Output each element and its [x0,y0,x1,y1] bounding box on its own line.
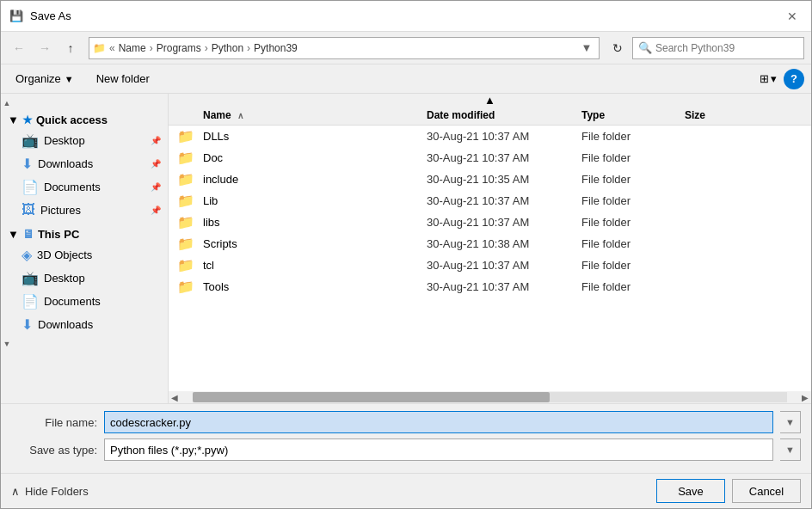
column-date-modified[interactable]: Date modified [427,109,581,121]
up-button[interactable]: ↑ [59,37,82,59]
hscroll-left-button[interactable]: ◀ [169,393,181,402]
file-type-cell: File folder [581,216,685,229]
sidebar-label-documents-qa: Documents [44,181,101,193]
file-icon-col: 📁 [169,279,203,295]
sidebar-item-downloads-pc[interactable]: ⬇ Downloads [1,313,168,336]
filename-dropdown-button[interactable]: ▼ [780,411,801,433]
new-folder-button[interactable]: New folder [89,69,157,89]
table-row[interactable]: 📁 libs 30-Aug-21 10:37 AM File folder [169,212,811,233]
file-name-cell: Tools [203,280,427,293]
sidebar-scroll-up[interactable]: ▲ [1,97,13,109]
desktop-qa-icon: 📺 [22,132,39,149]
address-python39[interactable]: Python39 [254,42,298,54]
sidebar-label-downloads-pc: Downloads [38,318,93,331]
address-local[interactable]: Name [119,42,146,54]
sidebar-label-desktop-pc: Desktop [44,272,85,285]
help-button[interactable]: ? [784,69,804,89]
file-date-cell: 30-Aug-21 10:35 AM [427,173,581,186]
downloads-pc-icon: ⬇ [22,316,33,333]
folder-icon: 📁 [177,279,194,295]
file-icon-col: 📁 [169,214,203,230]
search-box[interactable]: 🔍 [632,37,804,59]
sidebar-item-3dobjects[interactable]: ◈ 3D Objects [1,243,168,267]
file-date-cell: 30-Aug-21 10:37 AM [427,216,581,229]
file-type-cell: File folder [581,259,685,272]
file-type-cell: File folder [581,130,685,143]
3dobjects-icon: ◈ [22,247,32,263]
sidebar-item-documents-pc[interactable]: 📄 Documents [1,290,168,313]
pin-icon-desktop: 📌 [151,136,161,145]
pictures-qa-icon: 🖼 [22,202,35,218]
search-input[interactable] [655,42,798,54]
file-type-cell: File folder [581,237,685,250]
file-date-cell: 30-Aug-21 10:37 AM [427,194,581,207]
folder-icon: 📁 [177,193,194,209]
view-button[interactable]: ⊞ ▾ [760,72,777,85]
table-row[interactable]: 📁 Doc 30-Aug-21 10:37 AM File folder [169,147,811,169]
folder-icon: 📁 [177,257,194,273]
filetype-dropdown-button[interactable]: ▼ [780,438,801,461]
pin-icon-pictures: 📌 [151,205,161,215]
file-type-cell: File folder [581,173,685,186]
sidebar-label-pictures-qa: Pictures [40,204,81,217]
file-icon-col: 📁 [169,128,203,144]
filetype-select[interactable]: Python files (*.py;*.pyw)All files (*.*) [104,438,773,461]
refresh-button[interactable]: ↻ [606,37,629,59]
cancel-button[interactable]: Cancel [732,479,801,503]
sidebar-item-desktop-pc[interactable]: 📺 Desktop [1,267,168,290]
column-type[interactable]: Type [581,109,685,121]
horizontal-scroll-track[interactable] [193,392,787,402]
file-list-area: ▲ Name ∧ Date modified Type Size [169,94,811,403]
filetype-label: Save as type: [11,444,97,457]
address-python[interactable]: Python [212,42,243,54]
hide-folders-button[interactable]: ∧ Hide Folders [11,485,89,498]
sidebar-item-desktop-qa[interactable]: 📺 Desktop 📌 [1,129,168,152]
column-name[interactable]: Name ∧ [169,109,427,121]
column-size[interactable]: Size [685,109,754,121]
table-row[interactable]: 📁 tcl 30-Aug-21 10:37 AM File folder [169,254,811,276]
quick-access-header[interactable]: ▼ ★ Quick access [1,111,168,129]
file-date-cell: 30-Aug-21 10:37 AM [427,280,581,293]
file-icon-col: 📁 [169,150,203,166]
folder-icon: 📁 [177,171,194,187]
table-row[interactable]: 📁 DLLs 30-Aug-21 10:37 AM File folder [169,126,811,147]
table-row[interactable]: 📁 Tools 30-Aug-21 10:37 AM File folder [169,276,811,297]
sidebar-label-3dobjects: 3D Objects [37,248,92,261]
pin-icon-downloads: 📌 [151,159,161,169]
sidebar-item-documents-qa[interactable]: 📄 Documents 📌 [1,175,168,199]
organize-button[interactable]: Organize ▼ [8,69,82,89]
filename-input[interactable] [104,411,773,433]
horizontal-scroll-thumb[interactable] [193,392,550,402]
table-row[interactable]: 📁 Lib 30-Aug-21 10:37 AM File folder [169,190,811,212]
hscroll-right-button[interactable]: ▶ [799,393,811,402]
file-name-cell: libs [203,216,427,229]
horizontal-scrollbar[interactable]: ◀ ▶ [169,391,811,403]
file-name-cell: Lib [203,194,427,207]
file-list: 📁 DLLs 30-Aug-21 10:37 AM File folder 📁 … [169,126,811,391]
close-button[interactable]: ✕ [782,6,803,27]
table-row[interactable]: 📁 Scripts 30-Aug-21 10:38 AM File folder [169,233,811,254]
address-dropdown-button[interactable]: ▼ [578,41,595,54]
footer-right: Save Cancel [656,479,801,503]
address-bar[interactable]: 📁 « Name › Programs › Python › Python39 … [89,37,600,59]
save-button[interactable]: Save [656,479,725,503]
filename-row: File name: ▼ [11,411,801,433]
file-list-scroll-top[interactable]: ▲ [169,94,811,106]
quick-access-expand-icon: ▼ [8,113,19,126]
forward-button[interactable]: → [34,37,56,59]
file-name-cell: tcl [203,259,427,272]
sidebar-item-downloads-qa[interactable]: ⬇ Downloads 📌 [1,152,168,175]
sidebar-item-pictures-qa[interactable]: 🖼 Pictures 📌 [1,199,168,221]
address-icon: 📁 [93,42,106,54]
quick-access-label: Quick access [36,113,108,126]
this-pc-header[interactable]: ▼ 🖥 This PC [1,224,168,243]
back-button[interactable]: ← [8,37,30,59]
sidebar-scroll-down[interactable]: ▼ [1,338,13,350]
footer: ∧ Hide Folders Save Cancel [1,473,811,508]
table-row[interactable]: 📁 include 30-Aug-21 10:35 AM File folder [169,169,811,190]
action-bar: Organize ▼ New folder ⊞ ▾ ? [1,64,811,94]
file-type-cell: File folder [581,280,685,293]
downloads-qa-icon: ⬇ [22,156,33,172]
folder-icon: 📁 [177,236,194,252]
address-programs[interactable]: Programs [157,42,201,54]
